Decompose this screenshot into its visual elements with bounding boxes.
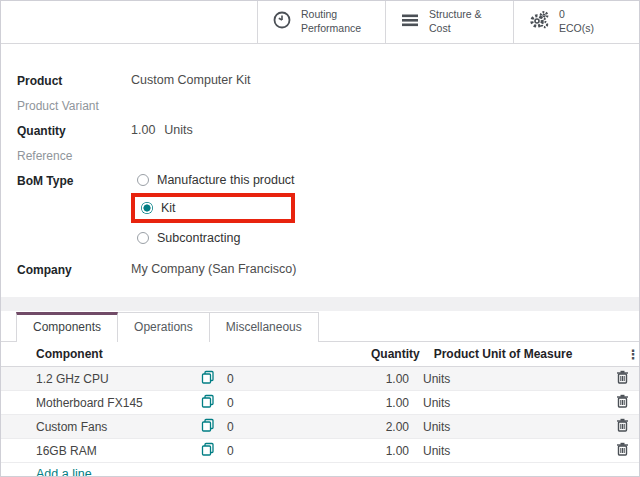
components-table: Component Quantity Product Unit of Measu… [1,342,639,477]
radio-option-label: Manufacture this product [157,173,295,187]
delete-row-icon[interactable] [616,442,629,459]
table-row[interactable]: Motherboard FX145 0 1.00 Units [1,391,639,415]
bars-icon [400,10,420,34]
quantity-label: Quantity [1,123,131,138]
structure-cost-button[interactable]: Structure & Cost [385,1,513,43]
radio-option-label: Kit [161,201,176,215]
reference-field: Reference [1,148,639,164]
column-options-icon[interactable]: ⋮ [627,347,640,362]
bom-type-label: BoM Type [1,173,131,188]
tab-components[interactable]: Components [16,312,118,342]
quantity-cell[interactable]: 1.00 [371,396,409,410]
table-row[interactable]: 1.2 GHz CPU 0 1.00 Units [1,367,639,391]
routing-performance-button[interactable]: Routing Performance [257,1,385,43]
table-row[interactable]: 16GB RAM 0 1.00 Units [1,439,639,463]
delete-row-icon[interactable] [616,418,629,435]
delete-row-icon[interactable] [616,370,629,387]
uom-cell[interactable]: Units [409,396,603,410]
stat-label-line1: Routing [301,8,337,20]
uom-cell[interactable]: Units [409,444,603,458]
uom-cell[interactable]: Units [409,420,603,434]
copy-icon[interactable] [201,442,215,459]
product-label: Product [1,73,131,88]
radio-option-label: Subcontracting [157,231,240,245]
notebook-tabs: Components Operations Miscellaneous [1,311,639,342]
table-row[interactable]: Custom Fans 0 2.00 Units [1,415,639,439]
eco-label: ECO(s) [559,22,594,34]
quantity-value[interactable]: 1.00 [131,123,155,137]
bom-form-window: Routing Performance Structure & Cost [0,0,640,477]
header-component: Component [36,347,201,361]
add-line-row: Add a line [1,463,639,477]
radio-selected-icon[interactable] [141,202,153,214]
variant-count: 0 [227,420,234,434]
radio-unselected-icon[interactable] [137,232,149,244]
tab-miscellaneous[interactable]: Miscellaneous [209,312,319,342]
quantity-field: Quantity 1.00 Units [1,123,639,139]
header-quantity: Quantity [371,347,420,361]
reference-label: Reference [1,148,131,163]
add-a-line-link[interactable]: Add a line [36,467,92,477]
component-name-cell[interactable]: 16GB RAM [36,444,201,458]
stat-button-bar: Routing Performance Structure & Cost [1,1,639,44]
company-label: Company [1,262,131,277]
bom-type-field: BoM Type Manufacture this product Kit Su… [1,173,639,253]
variant-count: 0 [227,372,234,386]
component-name-cell[interactable]: 1.2 GHz CPU [36,372,201,386]
copy-icon[interactable] [201,394,215,411]
component-name-cell[interactable]: Custom Fans [36,420,201,434]
component-name-cell[interactable]: Motherboard FX145 [36,396,201,410]
uom-cell[interactable]: Units [409,372,603,386]
radio-option-kit[interactable]: Kit [135,201,176,215]
stat-label-line1: Structure & [429,8,482,20]
company-value[interactable]: My Company (San Francisco) [131,262,296,276]
quantity-cell[interactable]: 1.00 [371,372,409,386]
radio-option-subcontracting[interactable]: Subcontracting [131,231,295,245]
radio-option-manufacture[interactable]: Manufacture this product [131,173,295,187]
bom-type-radio-group: Manufacture this product Kit Subcontract… [131,173,295,253]
copy-icon[interactable] [201,418,215,435]
gears-icon [528,9,550,35]
header-uom: Product Unit of Measure [420,347,614,361]
quantity-cell[interactable]: 1.00 [371,444,409,458]
eco-count-button[interactable]: 0 ECO(s) [513,1,639,43]
eco-count: 0 [559,8,565,20]
bom-form-sheet: Product Custom Computer Kit Product Vari… [1,44,639,297]
product-value-link[interactable]: Custom Computer Kit [131,73,250,87]
company-field: Company My Company (San Francisco) [1,262,639,278]
product-variant-field: Product Variant [1,98,639,114]
quantity-cell[interactable]: 2.00 [371,420,409,434]
variant-count: 0 [227,444,234,458]
product-variant-label: Product Variant [1,98,131,113]
table-header-row: Component Quantity Product Unit of Measu… [1,342,639,367]
annotation-highlight-box: Kit [131,193,295,223]
clock-icon [272,10,292,34]
copy-icon[interactable] [201,370,215,387]
tab-operations[interactable]: Operations [117,312,210,342]
radio-unselected-icon[interactable] [137,174,149,186]
quantity-uom: Units [164,123,192,137]
product-field: Product Custom Computer Kit [1,73,639,89]
stat-label-line2: Cost [429,22,451,34]
delete-row-icon[interactable] [616,394,629,411]
variant-count: 0 [227,396,234,410]
stat-label-line2: Performance [301,22,361,34]
